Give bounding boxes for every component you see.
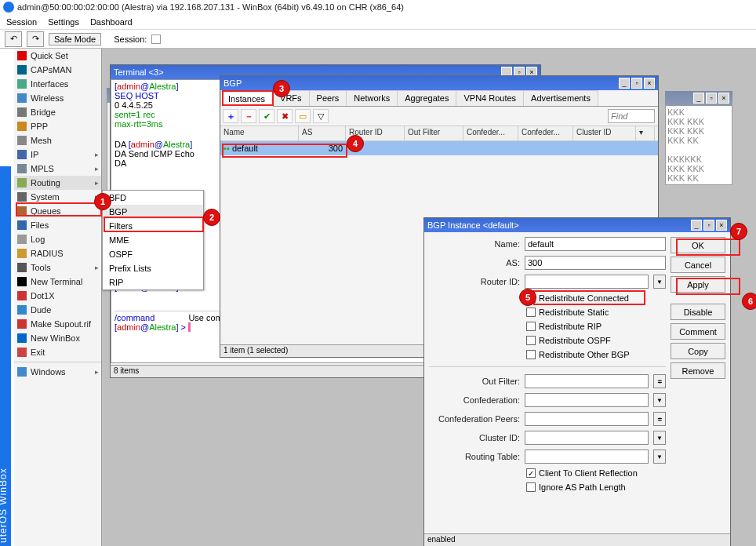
- cancel-button[interactable]: Cancel: [671, 257, 725, 273]
- submenu-bgp[interactable]: BGP: [103, 205, 203, 219]
- confedpeers-dropdown[interactable]: ≑: [653, 412, 666, 426]
- remove-button[interactable]: －: [241, 109, 256, 123]
- redistribute-other-check[interactable]: Redistribute Other BGP: [526, 350, 666, 359]
- nav-routing[interactable]: Routing▸: [14, 176, 101, 190]
- session-checkbox[interactable]: [151, 35, 161, 44]
- nav-mpls[interactable]: MPLS▸: [14, 162, 101, 176]
- name-field[interactable]: [525, 237, 666, 251]
- tab-instances[interactable]: Instances: [220, 91, 273, 107]
- disable-button[interactable]: Disable: [671, 304, 725, 320]
- confedpeers-field[interactable]: [525, 412, 649, 426]
- col-as[interactable]: AS: [299, 126, 346, 140]
- redistribute-ospf-check[interactable]: Redistribute OSPF: [526, 336, 666, 345]
- nav-capsman[interactable]: CAPsMAN: [14, 63, 101, 77]
- close-icon[interactable]: ×: [718, 93, 729, 104]
- outfilter-label: Out Filter:: [429, 377, 520, 386]
- submenu-mme[interactable]: MME: [103, 233, 203, 247]
- ignore-as-path-check[interactable]: Ignore AS Path Length: [526, 482, 666, 492]
- confed-dropdown[interactable]: ▼: [653, 393, 666, 407]
- col-outfilter[interactable]: Out Filter: [405, 126, 463, 140]
- col-confed2[interactable]: Confeder...: [518, 126, 573, 140]
- instance-status: enabled: [424, 533, 730, 546]
- submenu-ospf[interactable]: OSPF: [103, 247, 203, 261]
- tab-vpn4[interactable]: VPN4 Routes: [456, 90, 524, 106]
- cluster-dropdown[interactable]: ▼: [653, 431, 666, 445]
- tab-networks[interactable]: Networks: [346, 90, 398, 106]
- cluster-field[interactable]: [525, 431, 649, 445]
- nav-log[interactable]: Log: [14, 232, 101, 246]
- maximize-icon[interactable]: ▫: [631, 78, 642, 89]
- redistribute-static-check[interactable]: Redistribute Static: [526, 308, 666, 317]
- as-field[interactable]: [525, 256, 666, 270]
- confedpeers-label: Confederation Peers:: [429, 414, 520, 424]
- menu-settings[interactable]: Settings: [48, 17, 79, 27]
- nav-queues[interactable]: Queues: [14, 204, 101, 218]
- nav-files[interactable]: Files: [14, 218, 101, 232]
- outfilter-field[interactable]: [525, 374, 649, 388]
- close-icon[interactable]: ×: [716, 220, 727, 231]
- nav-dot1x[interactable]: Dot1X: [14, 289, 101, 303]
- nav-wireless[interactable]: Wireless: [14, 91, 101, 105]
- nav-dude[interactable]: Dude: [14, 303, 101, 317]
- disable-button[interactable]: ✖: [277, 109, 293, 123]
- nav-bridge[interactable]: Bridge: [14, 105, 101, 119]
- safe-mode-button[interactable]: Safe Mode: [49, 33, 101, 46]
- bgp-row-default[interactable]: ▪▪ default 300: [220, 141, 658, 155]
- menu-session[interactable]: Session: [6, 17, 37, 27]
- routingtable-dropdown[interactable]: ▼: [653, 450, 666, 464]
- nav-quick-set[interactable]: Quick Set: [14, 49, 101, 63]
- submenu-prefix-lists[interactable]: Prefix Lists: [103, 261, 203, 275]
- nav-make-supout[interactable]: Make Supout.rif: [14, 317, 101, 331]
- add-button[interactable]: ＋: [223, 109, 238, 123]
- nav-system[interactable]: System▸: [14, 190, 101, 204]
- col-menu[interactable]: ▾: [636, 126, 655, 140]
- routerid-dropdown[interactable]: ▼: [653, 275, 666, 289]
- close-icon[interactable]: ×: [644, 78, 655, 89]
- submenu-bfd[interactable]: BFD: [103, 191, 203, 205]
- ok-button[interactable]: OK: [671, 237, 725, 253]
- nav-ip[interactable]: IP▸: [14, 147, 101, 162]
- nav-ppp[interactable]: PPP: [14, 119, 101, 133]
- copy-button[interactable]: Copy: [671, 343, 725, 359]
- nav-radius[interactable]: RADIUS: [14, 246, 101, 260]
- nav-new-winbox[interactable]: New WinBox: [14, 331, 101, 345]
- col-name[interactable]: Name: [220, 126, 299, 140]
- annotation-marker-7: 7: [730, 223, 747, 240]
- instance-title-bar[interactable]: BGP Instance <default> _ ▫ ×: [424, 218, 730, 232]
- submenu-filters[interactable]: Filters: [103, 219, 203, 233]
- confed-field[interactable]: [525, 393, 649, 407]
- nav-new-terminal[interactable]: New Terminal: [14, 275, 101, 289]
- col-confed1[interactable]: Confeder...: [463, 126, 518, 140]
- nav-exit[interactable]: Exit: [14, 345, 101, 359]
- minimize-icon[interactable]: _: [693, 93, 704, 104]
- outfilter-dropdown[interactable]: ≑: [653, 374, 666, 388]
- routingtable-field[interactable]: [525, 450, 649, 464]
- redistribute-connected-check[interactable]: ✓Redistribute Connected: [526, 293, 666, 303]
- submenu-rip[interactable]: RIP: [103, 275, 203, 289]
- client-to-client-check[interactable]: ✓Client To Client Reflection: [526, 468, 666, 478]
- tab-aggregates[interactable]: Aggregates: [397, 90, 456, 106]
- filter-button[interactable]: ▽: [313, 109, 329, 123]
- maximize-icon[interactable]: ▫: [703, 220, 714, 231]
- menu-dashboard[interactable]: Dashboard: [90, 17, 133, 27]
- minimize-icon[interactable]: _: [619, 78, 630, 89]
- undo-button[interactable]: ↶: [5, 31, 22, 47]
- col-cluster[interactable]: Cluster ID: [573, 126, 636, 140]
- routerid-field[interactable]: [525, 275, 649, 289]
- nav-interfaces[interactable]: Interfaces: [14, 77, 101, 91]
- nav-windows[interactable]: Windows▸: [14, 365, 101, 379]
- redistribute-rip-check[interactable]: Redistribute RIP: [526, 322, 666, 331]
- comment-button[interactable]: Comment: [671, 323, 725, 340]
- apply-button[interactable]: Apply: [671, 276, 725, 293]
- tab-peers[interactable]: Peers: [309, 90, 347, 106]
- nav-mesh[interactable]: Mesh: [14, 133, 101, 147]
- maximize-icon[interactable]: ▫: [706, 93, 717, 104]
- nav-tools[interactable]: Tools▸: [14, 260, 101, 275]
- redo-button[interactable]: ↷: [27, 31, 44, 47]
- minimize-icon[interactable]: _: [691, 220, 702, 231]
- enable-button[interactable]: ✔: [259, 109, 274, 123]
- find-input[interactable]: [608, 109, 655, 123]
- comment-button[interactable]: ▭: [295, 109, 311, 123]
- tab-advertisements[interactable]: Advertisements: [523, 90, 598, 106]
- remove-button[interactable]: Remove: [671, 362, 725, 379]
